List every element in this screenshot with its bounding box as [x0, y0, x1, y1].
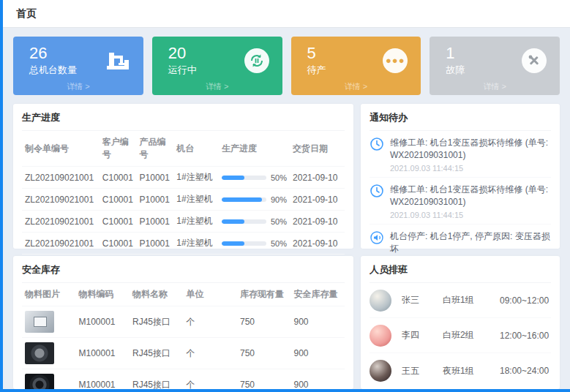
col-order-no: 制令单编号 [22, 131, 100, 167]
production-progress-panel: 生产进度 制令单编号 客户编号 产品编号 机台 生产进度 交货日期 ZL2021… [13, 104, 353, 249]
avatar [370, 360, 391, 382]
cell-progress: 50% [219, 211, 290, 233]
cell-order: ZL202109021001 [22, 233, 100, 255]
cell-current-stock: 750 [237, 306, 291, 338]
production-row: ZL202109021001 C10001 P10001 1#注塑机 50% 2… [22, 233, 345, 255]
person-shift: 白班2组 [443, 329, 500, 342]
running-refresh-icon [243, 47, 271, 75]
col-current-stock: 库存现有量 [237, 283, 291, 306]
cell-date: 2021-09-10 [290, 233, 345, 255]
cell-material-code: M100001 [76, 369, 130, 392]
stat-card-text: 20 运行中 [168, 44, 197, 77]
col-product-no: 产品编号 [137, 131, 174, 167]
production-table: 制令单编号 客户编号 产品编号 机台 生产进度 交货日期 ZL202109021… [22, 131, 345, 276]
cell-material-name: RJ45接口 [130, 306, 184, 338]
total-machines-detail-link[interactable]: 详情 > [13, 81, 143, 92]
col-customer-no: 客户编号 [100, 131, 137, 167]
notifications-panel-title: 通知待办 [370, 111, 551, 131]
top-navbar: 首页 [3, 0, 570, 28]
cell-product: P10001 [137, 211, 174, 233]
fault-detail-link[interactable]: 详情 > [430, 81, 560, 92]
ellipsis-icon: ●●● [381, 47, 409, 75]
cell-order: ZL202109021001 [22, 167, 100, 189]
machine-icon [104, 47, 132, 75]
waiting-detail-link[interactable]: 详情 > [291, 81, 421, 92]
stat-card-text: 5 待产 [307, 44, 326, 77]
cell-unit: 个 [184, 369, 238, 392]
person-time: 18:00~24:00 [500, 366, 553, 376]
inventory-table: 物料图片 物料编码 物料名称 单位 库存现有量 安全库存量 M100001 RJ… [22, 283, 345, 392]
schedule-row: 王五 夜班1组 18:00~24:00 [370, 353, 551, 388]
cell-machine: 1#注塑机 [173, 211, 219, 233]
col-material-image: 物料图片 [22, 283, 76, 306]
page-title: 首页 [16, 7, 37, 20]
schedule-row: 张三 白班1组 09:00~12:00 [370, 283, 551, 318]
cell-customer: C10001 [100, 189, 137, 211]
person-name: 王五 [402, 365, 443, 377]
fault-value: 1 [446, 44, 465, 62]
cell-progress: 90% [219, 189, 290, 211]
person-time: 12:00~16:00 [500, 331, 553, 341]
person-time: 09:00~12:00 [500, 295, 553, 306]
col-safety-stock: 安全库存量 [291, 283, 345, 306]
cell-customer: C10001 [100, 233, 137, 255]
safety-stock-panel: 安全库存 物料图片 物料编码 物料名称 单位 库存现有量 安全库存量 M [13, 256, 353, 389]
progress-bar [222, 241, 266, 246]
cell-machine: 1#注塑机 [173, 233, 219, 255]
running-label: 运行中 [168, 64, 197, 77]
notification-text: 维修工单: 机台1变压器损坏待维修 (单号: WX202109031001) [390, 184, 551, 209]
col-progress: 生产进度 [219, 131, 290, 167]
notification-body: 维修工单: 机台1变压器损坏待维修 (单号: WX202109031001) 2… [390, 184, 551, 219]
production-row: ZL202109021001 C10001 P10001 1#注塑机 50% 2… [22, 211, 345, 233]
progress-percent: 50% [271, 217, 287, 226]
waiting-value: 5 [307, 44, 326, 62]
col-delivery-date: 交货日期 [290, 131, 345, 167]
cell-unit: 个 [184, 338, 238, 369]
cell-safety-stock: 900 [291, 369, 345, 392]
progress-percent: 90% [271, 195, 287, 204]
person-name: 张三 [402, 294, 443, 306]
notification-item[interactable]: 维修工单: 机台1变压器损坏待维修 (单号: WX202109031001) 2… [370, 178, 551, 225]
stat-cards-row: 26 总机台数量 详情 > [13, 37, 560, 95]
stat-card-total-machines[interactable]: 26 总机台数量 详情 > [13, 37, 143, 95]
notification-time: 2021.09.03 11:44:15 [390, 211, 551, 219]
material-image-plug [25, 342, 54, 364]
stat-card-running[interactable]: 20 运行中 详情 > [152, 37, 282, 95]
cell-machine: 1#注塑机 [173, 167, 219, 189]
cell-product: P10001 [137, 189, 174, 211]
notification-item[interactable]: 维修工单: 机台1变压器损坏待维修 (单号: WX202109031001) 2… [370, 131, 551, 178]
avatar [370, 290, 391, 312]
schedule-list: 张三 白班1组 09:00~12:00 李四 白班2组 12:00~16:00 … [370, 283, 551, 388]
production-row: ZL202109021001 C10001 P10001 1#注塑机 50% 2… [22, 167, 345, 189]
progress-percent: 50% [271, 239, 287, 248]
avatar [370, 325, 391, 347]
cell-safety-stock: 900 [291, 338, 345, 369]
stat-card-waiting[interactable]: 5 待产 ●●● 详情 > [291, 37, 421, 95]
progress-bar [222, 197, 266, 202]
cell-progress: 50% [219, 167, 290, 189]
notifications-panel: 通知待办 维修工单: 机台1变压器损坏待维修 (单号: WX2021090310… [361, 104, 560, 249]
cell-product: P10001 [137, 233, 174, 255]
total-machines-value: 26 [29, 44, 77, 62]
inventory-row: M100001 RJ45接口 个 750 900 [22, 338, 345, 369]
cell-progress: 50% [219, 233, 290, 255]
person-shift: 白班1组 [443, 294, 500, 306]
cell-date: 2021-09-10 [290, 211, 345, 233]
waiting-label: 待产 [307, 64, 326, 77]
clock-icon [370, 137, 384, 151]
person-shift: 夜班1组 [443, 365, 500, 377]
progress-bar [222, 176, 266, 180]
cell-date: 2021-09-10 [290, 189, 345, 211]
stat-card-text: 1 故障 [446, 44, 465, 77]
cell-unit: 个 [184, 306, 238, 338]
clock-icon [370, 184, 384, 198]
stat-card-fault[interactable]: 1 故障 详情 > [430, 37, 560, 95]
cell-machine: 1#注塑机 [173, 189, 219, 211]
notification-text: 机台停产: 机台1停产, 停产原因: 变压器损坏 [390, 230, 551, 256]
running-detail-link[interactable]: 详情 > [152, 81, 282, 92]
cell-material-code: M100001 [76, 338, 130, 369]
dashboard-content: 26 总机台数量 详情 > [3, 28, 570, 389]
safety-stock-panel-title: 安全库存 [22, 263, 345, 283]
production-header-row: 制令单编号 客户编号 产品编号 机台 生产进度 交货日期 [22, 131, 345, 167]
fault-label: 故障 [446, 64, 465, 77]
